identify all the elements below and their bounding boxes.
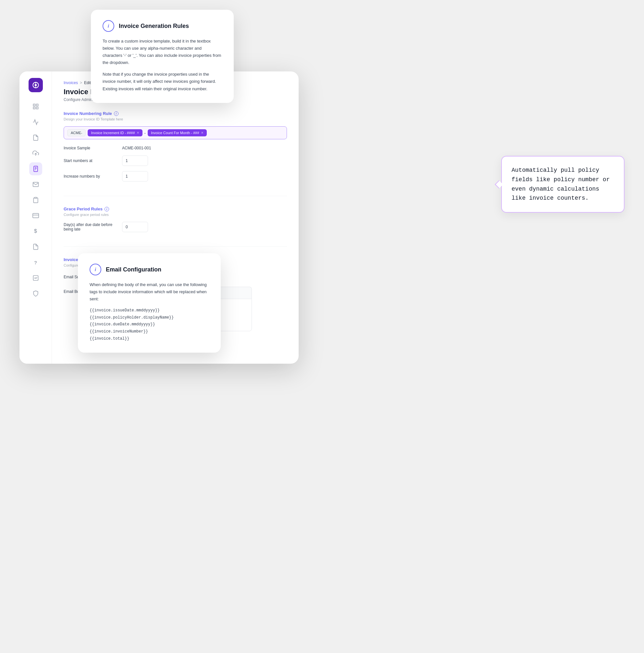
grace-period-section: Grace Period Rules i Configure grace per… <box>64 207 287 247</box>
sidebar-item-messages[interactable] <box>29 178 42 191</box>
grace-days-row: Day(s) after due date before being late <box>64 222 287 232</box>
info-icon-circle: i <box>103 20 114 32</box>
scene: i Invoice Generation Rules To create a c… <box>0 0 644 653</box>
breadcrumb-parent[interactable]: Invoices <box>64 80 78 85</box>
tag-increment-id-close[interactable]: × <box>137 130 139 135</box>
tag-increment-id[interactable]: Invoice Increment ID - #### × <box>88 129 142 137</box>
svg-rect-14 <box>32 213 38 218</box>
invoice-numbering-section: Invoice Numbering Rule i Design your Inv… <box>64 111 287 196</box>
sidebar: $ ? <box>20 71 52 364</box>
sidebar-item-documents[interactable] <box>29 131 42 144</box>
svg-rect-5 <box>36 104 38 106</box>
sidebar-item-card[interactable] <box>29 209 42 222</box>
tooltip-para1: To create a custom invoice template, bui… <box>103 38 222 66</box>
tooltip-header: i Invoice Generation Rules <box>103 20 222 32</box>
invoice-sample-value: ACME-0001-001 <box>122 146 151 150</box>
sidebar-item-help[interactable]: ? <box>29 256 42 269</box>
tooltip-email-body-text: When defining the body of the email, you… <box>90 281 209 303</box>
invoice-numbering-desc: Design your Invoice ID Template here <box>64 117 287 121</box>
callout-box: Automatically pull policy fields like po… <box>501 156 624 213</box>
invoice-sample-row: Invoice Sample ACME-0001-001 <box>64 146 287 150</box>
grace-days-input[interactable] <box>122 222 148 232</box>
grace-period-info-icon[interactable]: i <box>104 207 109 211</box>
start-numbers-row: Start numbers at <box>64 155 287 166</box>
sidebar-item-clipboard[interactable] <box>29 194 42 207</box>
sidebar-item-upload[interactable] <box>29 147 42 160</box>
svg-rect-4 <box>33 104 35 106</box>
start-numbers-input[interactable] <box>122 155 148 166</box>
tooltip-email-body: When defining the body of the email, you… <box>90 281 209 342</box>
svg-rect-6 <box>36 107 38 109</box>
sidebar-item-shield[interactable] <box>29 287 42 300</box>
tooltip-para2: Note that if you change the invoice prop… <box>103 71 222 92</box>
tag-acme: ACME- <box>67 129 86 137</box>
tooltip-email-config: i Email Configuration When defining the … <box>78 253 221 353</box>
sidebar-item-reports[interactable] <box>29 116 42 128</box>
sidebar-logo[interactable] <box>29 78 43 92</box>
tooltip-email-icon-circle: i <box>90 264 101 275</box>
logo-icon <box>31 81 40 89</box>
tag-count-for-month-close[interactable]: × <box>201 130 203 135</box>
sidebar-item-invoices[interactable] <box>29 162 42 175</box>
email-tag-1: {{invoice.issueDate.mmddyyyy}} <box>90 307 209 314</box>
tooltip-email-title: Email Configuration <box>106 266 161 273</box>
svg-rect-7 <box>33 107 35 109</box>
email-tag-3: {{invoice.dueDate.mmddyyyy}} <box>90 321 209 328</box>
invoice-numbering-title: Invoice Numbering Rule i <box>64 111 287 116</box>
callout-text: Automatically pull policy fields like po… <box>512 166 614 203</box>
tooltip-generation-rules: i Invoice Generation Rules To create a c… <box>91 10 234 103</box>
increase-numbers-label: Increase numbers by <box>64 174 122 178</box>
sidebar-item-file[interactable] <box>29 240 42 253</box>
grace-period-desc: Configure grace period rules <box>64 213 287 217</box>
sidebar-item-dashboard[interactable] <box>29 100 42 113</box>
grace-period-title: Grace Period Rules i <box>64 207 287 211</box>
grace-days-label: Day(s) after due date before being late <box>64 222 122 232</box>
increase-numbers-row: Increase numbers by <box>64 171 287 182</box>
tooltip-email-tags: {{invoice.issueDate.mmddyyyy}} {{invoice… <box>90 307 209 342</box>
tag-count-for-month[interactable]: Invoice Count For Month - ### × <box>148 129 207 137</box>
info-icon: i <box>108 23 109 29</box>
email-tag-5: {{invoice.total}} <box>90 335 209 343</box>
tooltip-generation-rules-title: Invoice Generation Rules <box>119 23 189 29</box>
sidebar-item-dollar[interactable]: $ <box>29 225 42 238</box>
tooltip-generation-rules-body: To create a custom invoice template, bui… <box>103 38 222 93</box>
tooltip-email-info-icon: i <box>95 267 96 272</box>
email-tag-2: {{invoice.policyHolder.displayName}} <box>90 314 209 321</box>
invoice-id-template[interactable]: ACME- Invoice Increment ID - #### × - In… <box>64 126 287 139</box>
increase-numbers-input[interactable] <box>122 171 148 182</box>
breadcrumb-separator: > <box>80 80 82 85</box>
sidebar-item-analytics[interactable] <box>29 271 42 285</box>
email-tag-4: {{invoice.invoiceNumber}} <box>90 328 209 335</box>
tag-separator-dash: - <box>145 130 146 136</box>
svg-point-1 <box>34 84 37 87</box>
svg-rect-13 <box>34 197 37 198</box>
invoice-sample-label: Invoice Sample <box>64 146 122 150</box>
start-numbers-label: Start numbers at <box>64 159 122 163</box>
tooltip-email-header: i Email Configuration <box>90 264 209 275</box>
invoice-numbering-info-icon[interactable]: i <box>114 112 119 116</box>
